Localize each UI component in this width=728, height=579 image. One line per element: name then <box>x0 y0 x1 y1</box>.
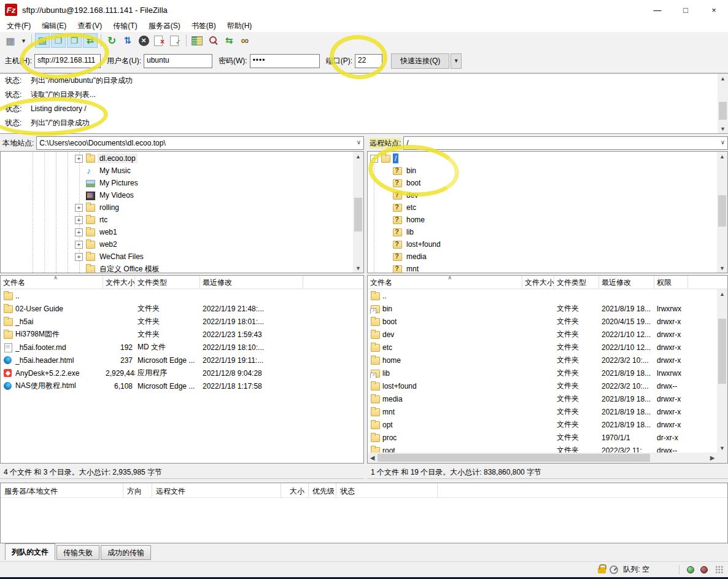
quickconnect-button[interactable]: 快速连接(Q) <box>391 53 449 69</box>
local-tree-item[interactable]: + WeChat Files <box>1 251 353 263</box>
tree-expander[interactable]: − <box>370 155 378 163</box>
remote-tree-item[interactable]: media <box>368 251 717 263</box>
local-file-row[interactable]: Hi3798M固件 文件夹 2022/1/23 1:59:43 <box>1 328 363 341</box>
queue-tab[interactable]: 列队的文件 <box>5 543 55 560</box>
tree-expander[interactable]: + <box>75 216 83 224</box>
scroll-left-icon[interactable]: ◀ <box>368 453 377 463</box>
site-manager-dropdown-icon[interactable] <box>19 33 28 48</box>
local-file-row[interactable]: AnyDesk+5.2.2.exe 2,929,448 应用程序 2021/12… <box>1 367 363 379</box>
local-file-row[interactable]: _h5ai 文件夹 2022/1/19 18:01:... <box>1 315 363 328</box>
local-tree-item[interactable]: + rolling <box>1 201 353 214</box>
remote-file-row[interactable]: .. <box>368 289 717 302</box>
remote-files-scrollbar[interactable]: ▲ ▼ <box>717 289 727 453</box>
tree-expander[interactable] <box>75 265 83 273</box>
disconnect-icon[interactable] <box>152 33 167 48</box>
queue-column-header[interactable]: 大小 <box>281 483 309 497</box>
remote-tree-item[interactable]: boot <box>368 177 717 189</box>
queue-column-header[interactable]: 优先级 <box>309 483 336 497</box>
queue-column-header[interactable]: 服务器/本地文件 <box>1 483 123 497</box>
column-header[interactable]: 权限 <box>654 276 688 289</box>
queue-column-header[interactable]: 状态 <box>336 483 438 497</box>
column-header[interactable]: 文件名 <box>1 276 103 289</box>
tree-expander[interactable] <box>75 192 83 200</box>
remote-tree-item[interactable]: mnt <box>368 263 717 273</box>
lock-icon[interactable] <box>598 567 606 573</box>
chevron-down-icon[interactable]: ∨ <box>721 139 725 146</box>
local-site-combo[interactable]: C:\Users\ecoo\Documents\dl.ecoo.top\ ∨ <box>36 136 364 150</box>
remote-file-row[interactable]: lost+found 文件夹 2022/3/2 10:... drwx-- <box>368 379 717 392</box>
tree-expander[interactable]: + <box>75 228 83 236</box>
minimize-button[interactable]: — <box>643 0 672 20</box>
toggle-message-log-icon[interactable] <box>35 33 50 48</box>
speed-limit-icon[interactable] <box>610 565 618 574</box>
local-file-row[interactable]: _h5ai.header.html 237 Microsoft Edge ...… <box>1 354 363 367</box>
toggle-transfer-queue-icon[interactable] <box>83 33 98 48</box>
remote-files-hscrollbar[interactable]: ◀ ▶ <box>368 453 717 463</box>
local-tree-item[interactable]: My Videos <box>1 189 353 201</box>
local-tree-item[interactable]: + web2 <box>1 238 353 251</box>
refresh-icon[interactable] <box>104 33 119 48</box>
scroll-down-icon[interactable]: ▼ <box>718 124 728 133</box>
remote-file-row[interactable]: home 文件夹 2022/3/2 10:... drwxr-x <box>368 354 717 367</box>
remote-file-row[interactable]: proc 文件夹 1970/1/1 dr-xr-x <box>368 431 717 444</box>
tree-expander[interactable] <box>75 179 83 187</box>
close-button[interactable]: × <box>700 0 728 20</box>
chevron-down-icon[interactable]: ∨ <box>357 139 361 146</box>
scroll-thumb[interactable] <box>718 195 726 227</box>
host-input[interactable]: sftp://192.168.111 <box>34 54 101 68</box>
tree-expander[interactable]: + <box>75 155 83 163</box>
scroll-down-icon[interactable]: ▼ <box>717 443 727 453</box>
log-scrollbar[interactable]: ▲ ▼ <box>718 74 728 133</box>
queue-tab[interactable]: 传输失败 <box>56 545 99 560</box>
local-tree-item[interactable]: + dl.ecoo.top <box>1 152 353 165</box>
queue-column-header[interactable]: 远程文件 <box>152 483 281 497</box>
remote-file-row[interactable]: root 文件夹 2022/3/2 11: drwx-- <box>368 444 717 453</box>
password-input[interactable]: •••• <box>250 54 320 68</box>
column-header[interactable]: 最近修改 <box>200 276 303 289</box>
scroll-up-icon[interactable]: ▲ <box>717 152 727 161</box>
remote-file-row[interactable]: etc 文件夹 2022/1/10 12... drwxr-x <box>368 341 717 354</box>
resize-grip[interactable] <box>715 565 723 573</box>
menu-item[interactable]: 文件(F) <box>1 20 36 32</box>
scroll-thumb[interactable] <box>378 454 650 462</box>
file-search-icon[interactable] <box>206 33 220 48</box>
tree-expander[interactable]: + <box>75 241 83 249</box>
tree-expander[interactable]: + <box>75 204 83 212</box>
menu-item[interactable]: 服务器(S) <box>143 20 186 32</box>
scroll-down-icon[interactable]: ▼ <box>353 263 363 273</box>
column-header[interactable]: 文件类型 <box>554 276 599 289</box>
port-input[interactable]: 22 <box>355 54 382 68</box>
column-header[interactable]: 最近修改 <box>599 276 654 289</box>
synchronized-browsing-icon[interactable] <box>222 33 236 48</box>
remote-tree-item[interactable]: bin <box>368 165 717 177</box>
remote-file-row[interactable]: lib 文件夹 2021/8/19 18... lrwxrwx <box>368 367 717 379</box>
scroll-thumb[interactable] <box>718 319 726 384</box>
scroll-up-icon[interactable]: ▲ <box>718 74 728 83</box>
remote-file-row[interactable]: media 文件夹 2021/8/19 18... drwxr-x <box>368 392 717 405</box>
remote-site-combo[interactable]: / ∨ <box>403 136 728 150</box>
local-tree-item[interactable]: + web1 <box>1 226 353 238</box>
column-header[interactable]: 文件类型 <box>135 276 200 289</box>
local-tree-item[interactable]: 自定义 Office 模板 <box>1 263 353 273</box>
local-tree-scrollbar[interactable]: ▲ ▼ <box>353 152 363 273</box>
remote-tree-item[interactable]: dev <box>368 189 717 201</box>
reconnect-icon[interactable] <box>168 33 183 48</box>
remote-file-row[interactable]: mnt 文件夹 2021/8/19 18... drwxr-x <box>368 405 717 418</box>
site-manager-icon[interactable] <box>3 33 18 48</box>
menu-item[interactable]: 帮助(H) <box>222 20 258 32</box>
username-input[interactable]: ubuntu <box>144 54 212 68</box>
scroll-thumb[interactable] <box>719 102 727 120</box>
local-tree-item[interactable]: My Music <box>1 165 353 177</box>
remote-file-row[interactable]: boot 文件夹 2020/4/15 19... drwxr-x <box>368 315 717 328</box>
local-file-row[interactable]: _h5ai.footer.md 192 MD 文件 2022/1/19 18:1… <box>1 341 363 354</box>
local-tree-item[interactable]: My Pictures <box>1 177 353 189</box>
maximize-button[interactable]: □ <box>672 0 700 20</box>
directory-comparison-icon[interactable] <box>190 33 204 48</box>
queue-column-header[interactable]: 方向 <box>123 483 152 497</box>
remote-tree-scrollbar[interactable]: ▲ ▼ <box>717 152 727 273</box>
scroll-up-icon[interactable]: ▲ <box>717 289 727 298</box>
quickconnect-dropdown-icon[interactable]: ▼ <box>451 53 462 69</box>
scroll-down-icon[interactable]: ▼ <box>717 263 727 273</box>
remote-file-row[interactable]: opt 文件夹 2021/8/19 18... drwxr-x <box>368 418 717 431</box>
scroll-thumb[interactable] <box>354 198 362 231</box>
